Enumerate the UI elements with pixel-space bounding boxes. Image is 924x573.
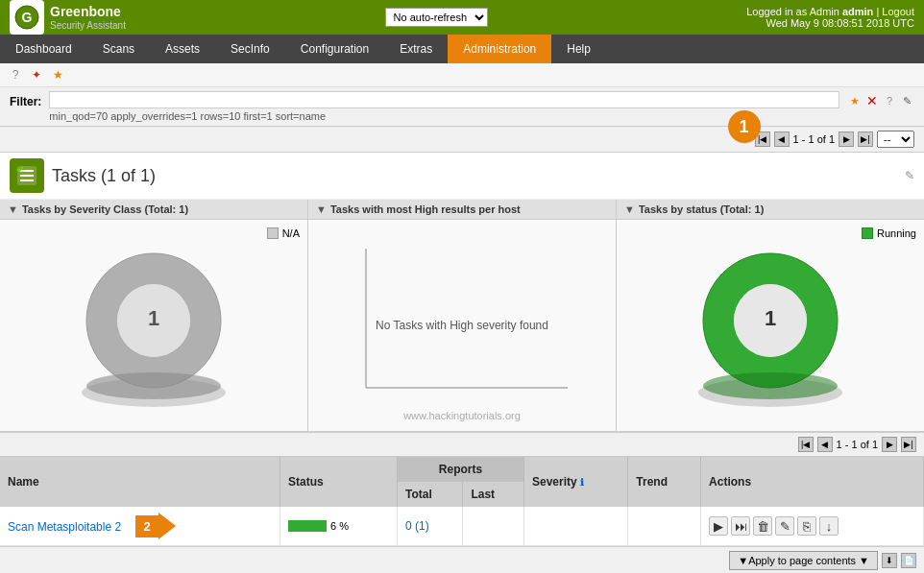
task-severity [523,507,627,546]
chart-severity-class: ▼ Tasks by Severity Class (Total: 1) N/A… [0,200,308,431]
table-row: Scan Metasploitable 2 2 6 % 0 (1) [0,507,924,546]
chart2-header: ▼ Tasks with most High results per host [308,200,616,220]
col-actions: Actions [701,457,924,507]
prev-page-icon[interactable]: ◀ [774,131,790,147]
last-page-icon[interactable]: ▶| [858,131,873,147]
filter-input[interactable] [49,91,839,108]
chart2-body: No Tasks with High severity found www.ha… [308,220,616,431]
progress-bar [288,520,327,532]
separator: | [876,6,879,17]
svg-point-9 [86,372,221,399]
rows-select[interactable]: -- 10 25 50 [877,131,914,148]
logo-icon: G [10,0,44,35]
bookmark-icon[interactable]: ★ [50,67,65,83]
chart2-watermark: www.hackingtutorials.org [403,410,521,421]
task-actions: ▶ ⏭ 🗑 ✎ ⎘ ↓ [701,507,924,546]
task-name-link[interactable]: Scan Metasploitable 2 [8,520,121,534]
datetime: Wed May 9 08:08:51 2018 UTC [746,17,914,29]
chart2-caret[interactable]: ▼ [316,203,327,215]
col-trend[interactable]: Trend [628,457,701,507]
reports-total-link[interactable]: 0 (1) [405,519,429,533]
table-area: Name Status Reports Severity ℹ Trend Act… [0,457,924,546]
step2-label: 2 [135,515,158,537]
app-header: G Greenbone Security Assistant No auto-r… [0,0,924,35]
col-reports: Reports [398,457,524,482]
step2-container: 2 [135,513,175,539]
start-action-icon[interactable]: ▶ [709,516,728,536]
edit-page-icon[interactable]: ✎ [905,169,914,182]
refresh-area[interactable]: No auto-refresh [385,8,488,27]
next-page-icon[interactable]: ▶ [839,131,854,147]
col-status[interactable]: Status [280,457,398,507]
task-trend [628,507,701,546]
nav-dashboard[interactable]: Dashboard [0,35,87,63]
chart3-title: Tasks by status (Total: 1) [639,203,764,215]
user-info: Logged in as Admin admin | Logout Wed Ma… [746,6,914,29]
tasks-icon [10,158,44,193]
star-icon[interactable]: ✦ [29,67,44,83]
logo-area: G Greenbone Security Assistant [10,0,126,35]
task-reports-last [463,507,524,546]
nav-assets[interactable]: Assets [150,35,215,63]
export-action-icon[interactable]: ↓ [819,516,839,536]
chart3-legend-label: Running [877,227,916,239]
col-reports-last[interactable]: Last [463,482,524,507]
page-title-row: Tasks (1 of 1) ✎ [0,153,924,200]
task-status: 6 % [280,507,398,546]
login-text: Logged in as Admin [746,6,839,17]
tasks-table: Name Status Reports Severity ℹ Trend Act… [0,457,924,546]
table-next-icon[interactable]: ▶ [882,437,897,452]
download-csv-icon[interactable]: 📄 [901,553,916,568]
task-reports-total[interactable]: 0 (1) [398,507,463,546]
progress-bar-wrap: 6 % [288,520,389,532]
chart-high-results: ▼ Tasks with most High results per host … [308,200,617,431]
nav-secinfo[interactable]: SecInfo [215,35,285,63]
star-filter-icon[interactable]: ★ [847,93,863,108]
nav-extras[interactable]: Extras [384,35,448,63]
step-badge-1: 1 [728,110,761,143]
delete-action-icon[interactable]: 🗑 [753,516,772,536]
table-first-icon[interactable]: |◀ [798,437,814,452]
col-name[interactable]: Name [0,457,280,507]
save-filter-icon[interactable]: ? [882,93,897,108]
task-name[interactable]: Scan Metasploitable 2 2 [0,507,280,546]
username: admin [842,6,873,17]
apply-button[interactable]: ▼Apply to page contents ▼ [729,551,878,570]
chart2-title: Tasks with most High results per host [330,203,521,215]
clear-filter-icon[interactable]: ✕ [864,93,880,108]
chart3-donut: 1 [689,244,852,407]
chart2-no-data: No Tasks with High severity found [376,319,548,332]
logout-link[interactable]: Logout [882,6,914,17]
main-nav: Dashboard Scans Assets SecInfo Configura… [0,35,924,63]
help-icon[interactable]: ? [8,67,23,83]
chart1-legend-box [267,227,279,239]
charts-area: ▼ Tasks by Severity Class (Total: 1) N/A… [0,200,924,433]
edit-action-icon[interactable]: ✎ [775,516,794,536]
chart3-legend-box [862,227,873,239]
chart3-caret[interactable]: ▼ [624,203,635,215]
nav-administration[interactable]: Administration [448,35,551,63]
chart3-value: 1 [765,306,776,330]
progress-text: 6 % [330,520,349,532]
refresh-select[interactable]: No auto-refresh [385,8,488,27]
chart1-caret[interactable]: ▼ [8,203,18,215]
table-last-icon[interactable]: ▶| [901,437,916,452]
download-xml-icon[interactable]: ⬇ [882,553,897,568]
nav-scans[interactable]: Scans [87,35,150,63]
clone-action-icon[interactable]: ⎘ [797,516,816,536]
chart3-body: Running 1 [617,220,924,431]
col-reports-total[interactable]: Total [398,482,463,507]
nav-help[interactable]: Help [551,35,606,63]
filter-icon-group: ★ ✕ ? ✎ [847,93,914,108]
chart1-legend-label: N/A [282,227,300,239]
action-icons: ▶ ⏭ 🗑 ✎ ⎘ ↓ [709,516,915,536]
logo-text: Greenbone Security Assistant [50,4,126,31]
edit-filter-icon[interactable]: ✎ [899,93,914,108]
resume-action-icon[interactable]: ⏭ [731,516,750,536]
chart1-value: 1 [148,306,159,330]
chart3-header: ▼ Tasks by status (Total: 1) [617,200,924,220]
col-severity[interactable]: Severity ℹ [523,457,627,507]
severity-info-icon[interactable]: ℹ [580,477,584,488]
nav-configuration[interactable]: Configuration [285,35,384,63]
table-prev-icon[interactable]: ◀ [817,437,833,452]
